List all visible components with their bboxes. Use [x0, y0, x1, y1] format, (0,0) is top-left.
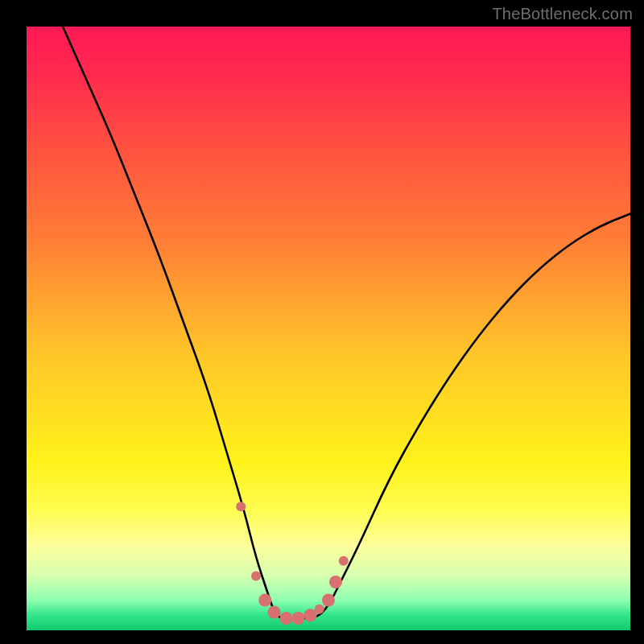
bottleneck-chart: [27, 27, 630, 630]
highlight-dot: [322, 594, 335, 607]
highlight-dot: [292, 612, 305, 625]
highlight-dot: [251, 572, 261, 581]
plot-area: [27, 27, 630, 630]
gradient-background: [27, 27, 630, 630]
watermark-label: TheBottleneck.com: [492, 5, 633, 23]
chart-stage: TheBottleneck.com: [0, 0, 644, 644]
highlight-dot: [280, 612, 293, 625]
highlight-dot: [329, 576, 342, 588]
highlight-dot: [339, 556, 349, 566]
highlight-dot: [315, 605, 324, 614]
highlight-dot: [236, 502, 246, 511]
highlight-dot: [258, 594, 271, 607]
highlight-dot: [268, 606, 281, 619]
